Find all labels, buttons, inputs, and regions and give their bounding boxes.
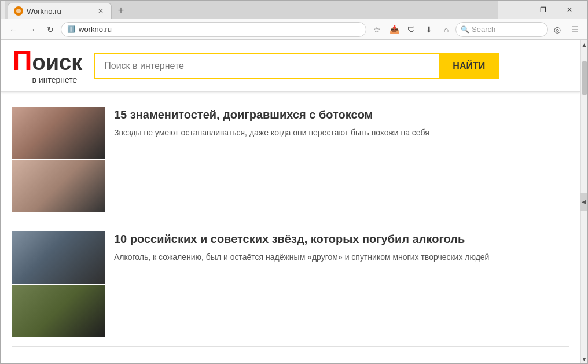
tab-title: Workno.ru — [27, 7, 61, 16]
article-body: 15 знаменитостей, доигравшихся с ботоксо… — [114, 107, 569, 212]
pocket-button[interactable]: 📥 — [386, 21, 402, 38]
back-button[interactable]: ← — [5, 21, 21, 38]
browser-window: Workno.ru ✕ + — ❐ ✕ ← → ↻ ℹ️ workno.ru ☆… — [0, 0, 588, 364]
article-images — [12, 231, 105, 337]
scroll-up-arrow[interactable]: ▲ — [581, 40, 587, 49]
scrollbar-thumb[interactable] — [582, 61, 587, 95]
logo-subtitle: в интернете — [32, 75, 83, 84]
scroll-down-arrow[interactable]: ▼ — [581, 354, 587, 363]
site-search-form: НАЙТИ — [94, 53, 499, 79]
address-bar[interactable]: ℹ️ workno.ru — [61, 22, 366, 37]
site-search-input[interactable] — [94, 53, 439, 79]
bookmark-button[interactable]: ☆ — [369, 21, 385, 38]
image-placeholder — [12, 231, 105, 284]
article-body: 10 российских и советских звёзд, которых… — [114, 231, 569, 337]
logo-text: оиск в интернете — [32, 50, 83, 84]
article-item: 10 российских и советских звёзд, которых… — [12, 222, 569, 347]
browser-search-bar[interactable]: 🔍 Search — [455, 22, 548, 37]
horoscope-title: Гороскоп — [12, 362, 569, 363]
article-image-top — [12, 107, 105, 159]
article-description: Алкоголь, к сожалению, был и остаётся на… — [114, 251, 569, 263]
active-tab[interactable]: Workno.ru ✕ — [8, 3, 112, 19]
site-header: П оиск в интернете НАЙТИ — [1, 40, 580, 92]
browser-toolbar: ← → ↻ ℹ️ workno.ru ☆ 📥 🛡 ⬇ ⌂ 🔍 Search ◎ … — [1, 19, 587, 40]
tab-bar: Workno.ru ✕ + — [5, 1, 498, 19]
reader-button[interactable]: ◎ — [549, 21, 565, 38]
image-placeholder — [12, 285, 105, 337]
site-search-button[interactable]: НАЙТИ — [439, 53, 499, 79]
article-images — [12, 107, 105, 212]
article-title[interactable]: 15 знаменитостей, доигравшихся с ботоксо… — [114, 107, 569, 122]
shield-button[interactable]: 🛡 — [403, 21, 420, 38]
logo-rest: оиск — [32, 50, 83, 75]
scrollbar[interactable]: ▲ ▼ ◀ — [580, 40, 587, 363]
article-image-bottom — [12, 160, 105, 212]
article-image-bottom — [12, 285, 105, 337]
page-content: П оиск в интернете НАЙТИ — [1, 40, 587, 363]
close-button[interactable]: ✕ — [556, 1, 583, 19]
article-image-top — [12, 231, 105, 284]
minimize-button[interactable]: — — [503, 1, 530, 19]
logo-p: П — [12, 47, 32, 75]
forward-button[interactable]: → — [24, 21, 40, 38]
title-bar: Workno.ru ✕ + — ❐ ✕ — [1, 1, 587, 19]
search-placeholder-text: Search — [472, 25, 495, 34]
toolbar-right: ☆ 📥 🛡 ⬇ ⌂ 🔍 Search ◎ ☰ — [369, 21, 583, 38]
svg-point-0 — [16, 9, 21, 13]
site-logo: П оиск в интернете — [12, 47, 82, 84]
article-description: Звезды не умеют останавливаться, даже ко… — [114, 127, 569, 139]
restore-button[interactable]: ❐ — [530, 1, 556, 19]
article-title[interactable]: 10 российских и советских звёзд, которых… — [114, 231, 569, 247]
menu-button[interactable]: ☰ — [567, 21, 583, 38]
scrollbar-side-arrow[interactable]: ◀ — [580, 193, 587, 211]
page-main: П оиск в интернете НАЙТИ — [1, 40, 580, 363]
tab-favicon — [14, 6, 23, 16]
download-button[interactable]: ⬇ — [421, 21, 437, 38]
address-text: workno.ru — [79, 25, 360, 34]
home-button[interactable]: ⌂ — [438, 21, 454, 38]
refresh-button[interactable]: ↻ — [42, 21, 58, 38]
lock-icon: ℹ️ — [67, 25, 75, 33]
horoscope-section: Гороскоп ♈Овен♉Телец♊Близнецы♋Рак♌Лев♍Де… — [1, 352, 580, 363]
article-item: 15 знаменитостей, доигравшихся с ботоксо… — [12, 98, 569, 222]
articles-list: 15 знаменитостей, доигравшихся с ботоксо… — [1, 92, 580, 352]
window-controls: — ❐ ✕ — [503, 1, 583, 19]
search-icon: 🔍 — [461, 25, 469, 34]
image-placeholder — [12, 160, 105, 212]
new-tab-button[interactable]: + — [113, 3, 129, 19]
tab-close-button[interactable]: ✕ — [96, 6, 105, 16]
image-placeholder — [12, 107, 105, 159]
